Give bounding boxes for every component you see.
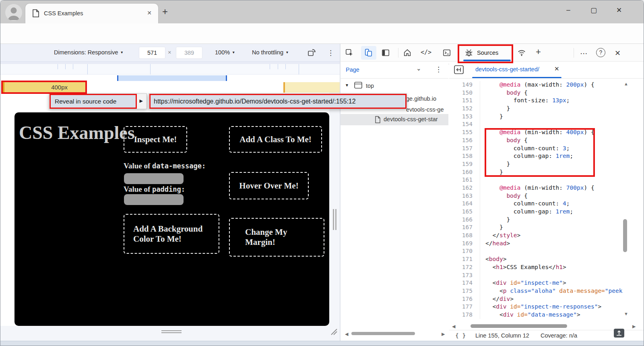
demo-heading: CSS Examples	[19, 122, 136, 144]
media-query-bar-700[interactable]	[283, 82, 340, 93]
navigator-hscrollbar-thumb[interactable]	[351, 332, 415, 335]
editor-vscrollbar-thumb[interactable]	[623, 219, 627, 252]
help-icon[interactable]: ?	[596, 48, 605, 57]
console-panel-icon[interactable]	[442, 48, 452, 58]
tree-item-folder[interactable]: evtools-css-ge	[406, 106, 444, 113]
maximize-button[interactable]: ▢	[588, 6, 600, 15]
editor-tab-close-icon[interactable]: ✕	[554, 65, 559, 73]
data-message-label: Value of data-message:	[124, 162, 206, 170]
hover-over-me-box[interactable]: Hover Over Me!	[229, 172, 309, 199]
pane-divider[interactable]	[340, 44, 341, 341]
editor-scroll-left-icon[interactable]: ◀	[452, 324, 455, 329]
page-icon	[32, 9, 39, 17]
inspect-me-box[interactable]: Inspect Me!	[124, 126, 187, 153]
zoom-dropdown[interactable]: 100%▼	[215, 49, 235, 56]
dock-side-icon[interactable]	[381, 48, 391, 58]
caret-down-icon: ▼	[120, 50, 124, 54]
devtools-close-icon[interactable]: ✕	[615, 49, 621, 58]
context-menu: Reveal in source code ▶	[49, 93, 147, 109]
new-tab-button[interactable]: +	[162, 6, 168, 17]
person-icon	[5, 4, 22, 21]
tree-item-domain[interactable]: ge.github.io	[406, 95, 436, 102]
upload-arrow-icon	[614, 329, 624, 338]
browser-tab[interactable]: CSS Examples ✕	[25, 4, 158, 23]
code-line: 155 @media (min-width: 400px) {	[449, 128, 644, 137]
pretty-print-icon[interactable]: { }	[455, 332, 466, 339]
navigator-scroll-right-icon[interactable]: ▶	[442, 331, 445, 337]
elements-panel-icon[interactable]: </>	[421, 49, 431, 56]
ruler	[0, 64, 340, 75]
code-line: 174 <div id="inspect-me">	[449, 279, 644, 287]
move-to-top-button[interactable]	[614, 329, 624, 338]
editor-scroll-up-icon[interactable]: ▲	[624, 81, 628, 86]
editor-hscrollbar-thumb[interactable]	[471, 324, 567, 328]
dimensions-dropdown[interactable]: Dimensions: Responsive▼	[54, 49, 124, 56]
code-line: 164 column-count: 4;	[449, 200, 644, 208]
change-margin-box[interactable]: Change My Margin!	[229, 218, 324, 257]
tab-title: CSS Examples	[44, 10, 83, 17]
file-icon	[375, 116, 381, 123]
viewport-height-input[interactable]	[176, 47, 202, 59]
media-query-bar-400[interactable]: 400px	[3, 82, 85, 93]
code-line: 153 }	[449, 113, 644, 121]
device-toolbar-more-icon[interactable]: ⋮	[327, 49, 334, 57]
code-line: 162 @media (min-width: 700px) {	[449, 184, 644, 192]
sources-bug-icon[interactable]	[464, 48, 474, 58]
viewport-height-drag-handle[interactable]	[161, 330, 182, 334]
minimize-button[interactable]: –	[562, 6, 574, 14]
add-background-box[interactable]: Add A Background Color To Me!	[124, 214, 219, 254]
titlebar: CSS Examples ✕ + – ▢ ✕	[0, 0, 644, 23]
navigation-bar: ← → ↻ https://microsoftedge.github.io/De…	[0, 23, 644, 44]
media-query-bar-blue[interactable]	[117, 75, 227, 81]
throttling-dropdown[interactable]: No throttling▼	[252, 49, 289, 56]
menu-item-reveal-in-source[interactable]: Reveal in source code	[51, 95, 136, 108]
profile-avatar[interactable]	[5, 4, 22, 21]
navigator-more-icon[interactable]: ⋮	[435, 65, 442, 74]
toolbar-separator	[574, 48, 574, 58]
navigator-tab-page[interactable]: Page	[346, 66, 359, 73]
code-line: 166 }	[449, 216, 644, 224]
code-line: 163 body {	[449, 192, 644, 200]
code-line: 149 @media (max-width: 200px) {	[449, 81, 644, 89]
tab-sources[interactable]: Sources	[477, 50, 498, 56]
viewport-corner-resize-grip[interactable]	[330, 327, 339, 336]
code-line: 154	[449, 120, 644, 128]
tree-item-file-selected[interactable]: devtools-css-get-star	[341, 114, 448, 125]
more-tabs-icon[interactable]: +	[536, 47, 541, 57]
editor-scroll-right-icon[interactable]: ▶	[632, 324, 636, 329]
home-icon[interactable]	[403, 48, 413, 58]
rotate-device-icon[interactable]	[307, 48, 317, 59]
devtools-customize-icon[interactable]: ⋯	[580, 49, 588, 58]
editor-scroll-down-icon[interactable]: ▼	[624, 311, 628, 316]
editor-tab-underline	[472, 77, 561, 78]
editor-tab-label[interactable]: devtools-css-get-started/	[475, 66, 539, 73]
inspect-element-icon[interactable]	[345, 48, 355, 58]
navigator-scroll-left-icon[interactable]: ◀	[345, 331, 348, 337]
viewport-width-input[interactable]	[139, 47, 165, 59]
code-line: 170	[449, 247, 644, 255]
tab-close-icon[interactable]: ✕	[147, 10, 152, 16]
device-emulation-icon[interactable]	[364, 48, 374, 58]
tree-expander-icon[interactable]: ▼	[345, 83, 349, 87]
code-line: 159 }	[449, 160, 644, 168]
chevron-down-icon[interactable]: ⌄	[416, 65, 421, 72]
add-class-box[interactable]: Add A Class To Me!	[229, 126, 322, 153]
browser-window: CSS Examples ✕ + – ▢ ✕ ← → ↻ https://mic…	[0, 0, 644, 346]
network-conditions-icon[interactable]	[517, 48, 527, 58]
code-editor[interactable]: 149 @media (max-width: 200px) {150 body …	[449, 79, 644, 323]
code-line: 151 font-size: 13px;	[449, 97, 644, 105]
toolbar-separator	[398, 48, 398, 58]
window-close-button[interactable]: ✕	[613, 6, 625, 15]
viewport-width-drag-handle[interactable]	[333, 209, 337, 230]
menu-item-source-url[interactable]: https://microsoftedge.github.io/Demos/de…	[151, 95, 405, 108]
code-line: 160 }	[449, 168, 644, 176]
tree-item-top[interactable]: top	[366, 83, 374, 89]
code-line: 169</head>	[449, 240, 644, 248]
sources-tab-underline	[463, 60, 511, 61]
code-line: 178 <div id="data-message">	[449, 311, 644, 319]
collapse-navigator-icon[interactable]	[454, 65, 464, 76]
code-line: 173	[449, 271, 644, 280]
cursor-position-status: Line 155, Column 12	[475, 332, 529, 339]
padding-label: Value of padding:	[124, 185, 185, 194]
code-line: 152 }	[449, 105, 644, 113]
